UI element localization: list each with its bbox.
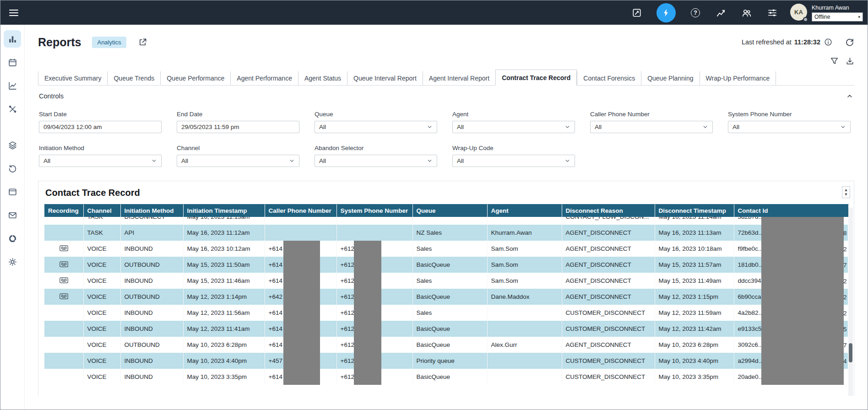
caller-phone-number-select[interactable]: All (590, 121, 713, 133)
cell-recording (44, 369, 83, 385)
scrollbar-thumb[interactable] (849, 343, 852, 362)
sliders-icon[interactable] (766, 7, 778, 19)
avatar[interactable]: KA (790, 4, 807, 21)
cell-recording[interactable] (44, 257, 83, 273)
redaction-overlay (761, 321, 844, 337)
column-header-agent[interactable]: Agent (487, 205, 562, 217)
scroll-stepper[interactable]: ▲▼ (842, 186, 850, 198)
column-header-disconnect-timestamp[interactable]: Disconnect Timestamp (655, 205, 734, 217)
table-row[interactable]: VOICEINBOUNDMay 12, 2023 11:41am+614+612… (44, 321, 848, 337)
window-icon[interactable] (4, 183, 21, 200)
table-row[interactable]: VOICEOUTBOUNDMay 10, 2023 6:28pm+614+612… (44, 337, 848, 353)
column-header-caller-phone-number[interactable]: Caller Phone Number (265, 205, 336, 217)
tab-contract-trace-record[interactable]: Contract Trace Record (495, 70, 577, 86)
start-date-input[interactable] (39, 121, 162, 133)
tab-queue-trends[interactable]: Queue Trends (107, 71, 160, 85)
table-row[interactable]: VOICEINBOUNDMay 16, 2023 10:12am+614+612… (44, 241, 848, 257)
cell-agent (487, 217, 562, 225)
cell-recording[interactable] (44, 273, 83, 289)
redaction-overlay (761, 273, 844, 289)
field-agent: AgentAll (452, 111, 575, 133)
system-phone-number-select[interactable]: All (728, 121, 851, 133)
collapse-chevron-icon[interactable] (846, 92, 853, 100)
cell-caller-phone-number (265, 217, 336, 225)
table-row[interactable]: VOICEINBOUNDMay 12, 2023 11:56am+614+612… (44, 305, 848, 321)
column-header-queue[interactable]: Queue (412, 205, 487, 217)
refresh-icon[interactable] (845, 38, 854, 47)
tab-agent-interval-report[interactable]: Agent Interval Report (423, 71, 495, 85)
avatar-initials: KA (794, 9, 803, 16)
cell-system-phone-number: +612 (336, 305, 412, 321)
queue-select[interactable]: All (315, 121, 437, 133)
notes-icon[interactable] (631, 7, 643, 19)
filter-icon[interactable] (830, 57, 839, 65)
doughnut-icon[interactable] (4, 230, 21, 247)
line-graph-icon[interactable] (4, 77, 21, 94)
flash-icon[interactable] (656, 3, 676, 22)
cell-disconnect-timestamp: May 12, 2023 11:59am (655, 305, 734, 321)
tab-queue-performance[interactable]: Queue Performance (160, 71, 230, 85)
download-icon[interactable] (846, 57, 854, 65)
cell-channel: VOICE (83, 289, 120, 305)
column-header-contact-id[interactable]: Contact Id (734, 205, 848, 217)
column-header-initiation-timestamp[interactable]: Initiation Timestamp (183, 205, 265, 217)
end-date-input[interactable] (177, 121, 299, 133)
mail-icon[interactable] (4, 206, 21, 224)
redaction-overlay (354, 273, 381, 289)
tab-executive-summary[interactable]: Executive Summary (38, 71, 107, 85)
tab-agent-performance[interactable]: Agent Performance (230, 71, 298, 85)
step-up-icon[interactable]: ▲ (845, 188, 847, 192)
table-row[interactable]: TASKDISCONNECTMay 16, 2023 11:13amCONTAC… (44, 217, 848, 225)
table-row[interactable]: VOICEOUTBOUNDMay 12, 2023 1:14pm+642+612… (44, 289, 848, 305)
tab-contact-forensics[interactable]: Contact Forensics (577, 71, 641, 85)
status-select[interactable]: Offline ▾ (812, 12, 863, 22)
external-link-icon[interactable] (138, 38, 147, 47)
layers-icon[interactable] (4, 136, 21, 154)
abandon-selector-select[interactable]: All (315, 155, 437, 167)
redaction-overlay (283, 305, 320, 321)
cell-recording[interactable] (44, 289, 83, 305)
bar-chart-icon[interactable] (4, 30, 21, 48)
tools-icon[interactable] (4, 100, 21, 118)
column-header-channel[interactable]: Channel (83, 205, 120, 217)
table-row[interactable]: TASKAPIMay 16, 2023 11:12amNZ SalesKhurr… (44, 225, 848, 241)
tab-queue-planning[interactable]: Queue Planning (641, 71, 699, 85)
column-header-initiation-method[interactable]: Initiation Method (120, 205, 183, 217)
table-scrollbar[interactable] (848, 208, 853, 396)
table-row[interactable]: VOICEINBOUNDMay 10, 2023 4:40pm+457+612P… (44, 353, 848, 369)
tab-agent-status[interactable]: Agent Status (298, 71, 347, 85)
gear-icon[interactable] (4, 253, 21, 270)
history-icon[interactable] (4, 160, 21, 177)
redaction-overlay (761, 305, 844, 321)
column-header-disconnect-reason[interactable]: Disconnect Reason (562, 205, 655, 217)
table-row[interactable]: VOICEINBOUNDMay 15, 2023 11:46am+614+612… (44, 273, 848, 289)
wrap-up-code-select[interactable]: All (452, 155, 575, 167)
tab-queue-interval-report[interactable]: Queue Interval Report (347, 71, 423, 85)
tab-wrap-up-performance[interactable]: Wrap-Up Performance (700, 71, 776, 85)
users-icon[interactable] (741, 7, 753, 19)
hamburger-menu-icon[interactable] (8, 7, 20, 19)
cell-initiation-timestamp: May 12, 2023 1:14pm (183, 289, 265, 305)
step-down-icon[interactable]: ▼ (845, 192, 847, 197)
user-menu[interactable]: KA Khurram Awan Offline ▾ (790, 4, 863, 22)
cell-queue: BasicQueue (412, 337, 487, 353)
table-row[interactable]: VOICEINBOUNDMay 10, 2023 3:35pm+614+612B… (44, 369, 848, 385)
initiation-method-select[interactable]: All (39, 155, 162, 167)
table-row[interactable]: VOICEOUTBOUNDMay 15, 2023 11:50am+614+61… (44, 257, 848, 273)
help-icon[interactable]: ? (689, 7, 701, 19)
cell-channel: VOICE (83, 337, 120, 353)
cell-recording[interactable] (44, 241, 83, 257)
redaction-overlay (761, 289, 844, 305)
line-chart-icon[interactable] (715, 7, 727, 19)
agent-select[interactable]: All (452, 121, 575, 133)
info-icon[interactable] (824, 38, 832, 46)
cell-disconnect-reason: AGENT_DISCONNECT (562, 257, 655, 273)
cell-system-phone-number: +612 (336, 321, 412, 337)
field-system-phone-number: System Phone NumberAll (728, 111, 851, 133)
cell-system-phone-number (336, 225, 412, 241)
calendar-icon[interactable] (4, 54, 21, 71)
column-header-recording[interactable]: Recording (44, 205, 83, 217)
cell-contact-id: 6b90cca...2 (734, 289, 848, 305)
channel-select[interactable]: All (177, 155, 299, 167)
column-header-system-phone-number[interactable]: System Phone Number (336, 205, 412, 217)
